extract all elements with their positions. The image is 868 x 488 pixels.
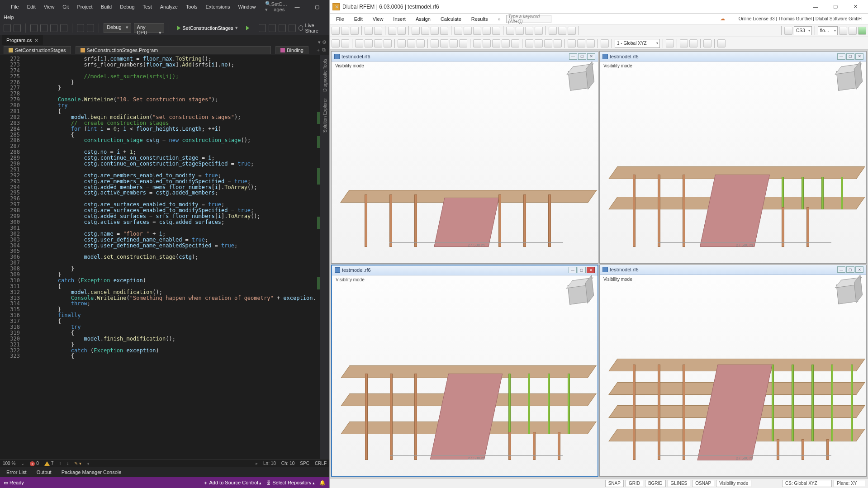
rfem-menu-assign[interactable]: Assign bbox=[411, 15, 435, 23]
tool-icon[interactable] bbox=[483, 39, 491, 47]
vp-min-icon[interactable]: ― bbox=[569, 267, 577, 273]
prev-icon[interactable] bbox=[839, 27, 847, 35]
tool-icon[interactable] bbox=[454, 27, 462, 35]
nav-down-icon[interactable]: ↓ bbox=[66, 461, 69, 466]
start-debug-button[interactable]: SetConstructionStages ▾ bbox=[174, 23, 242, 33]
start-nodebug-icon[interactable] bbox=[246, 26, 249, 30]
load-icon[interactable] bbox=[459, 39, 467, 47]
vp-close-icon[interactable]: ✕ bbox=[587, 53, 595, 60]
tool-icon[interactable] bbox=[554, 39, 562, 47]
add-source-control-button[interactable]: ＋ Add to Source Control bbox=[203, 479, 261, 486]
tab-overflow-icon[interactable]: ▾ ⚙ bbox=[315, 39, 329, 45]
tool-icon[interactable] bbox=[473, 27, 481, 35]
tool-icon[interactable] bbox=[601, 39, 609, 47]
tool-icon[interactable] bbox=[483, 27, 491, 35]
undo-icon[interactable] bbox=[77, 24, 84, 32]
rfem-close-button[interactable]: ✕ bbox=[845, 0, 865, 13]
tool-icon[interactable] bbox=[703, 39, 711, 47]
error-count[interactable]: 0 bbox=[36, 461, 39, 466]
menu-view[interactable]: View bbox=[40, 2, 58, 11]
tool-icon[interactable] bbox=[587, 39, 595, 47]
tool-icon[interactable] bbox=[549, 27, 557, 35]
menu-help[interactable]: Help bbox=[4, 14, 14, 20]
globalxyz-combo[interactable]: 1 - Global XYZ bbox=[615, 39, 660, 48]
vp-close-icon[interactable]: ✕ bbox=[855, 53, 863, 60]
tab-output[interactable]: Output bbox=[32, 468, 56, 476]
rfem-menu-view[interactable]: View bbox=[368, 15, 388, 23]
tool-icon[interactable] bbox=[440, 27, 448, 35]
vp-close-icon[interactable]: ✕ bbox=[855, 266, 863, 273]
tool-icon[interactable] bbox=[784, 27, 792, 35]
sidetab-solution-explorer[interactable]: Solution Explorer bbox=[323, 98, 327, 133]
hinge-icon[interactable] bbox=[407, 39, 415, 47]
warning-count[interactable]: 7 bbox=[51, 461, 54, 466]
rfem-menu-edit[interactable]: Edit bbox=[350, 15, 367, 23]
refresh-icon[interactable] bbox=[858, 27, 866, 35]
vp-max-icon[interactable]: ▢ bbox=[578, 53, 586, 60]
copy-icon[interactable] bbox=[398, 27, 406, 35]
menu-file[interactable]: File bbox=[7, 2, 23, 11]
vp-max-icon[interactable]: ▢ bbox=[846, 266, 854, 273]
minimap-scrollbar[interactable] bbox=[316, 55, 320, 459]
tool-icon[interactable] bbox=[502, 39, 510, 47]
redo-icon[interactable] bbox=[374, 27, 382, 35]
load-icon[interactable] bbox=[450, 39, 458, 47]
orientation-cube-icon[interactable] bbox=[567, 280, 593, 306]
viewport-titlebar[interactable]: testmodel.rf6 ―▢✕ bbox=[600, 265, 866, 275]
vs-close-button[interactable]: ✕ bbox=[327, 0, 347, 13]
notification-icon[interactable]: 🔔 bbox=[319, 480, 326, 486]
sidetab-diagnostic-tools[interactable]: Diagnostic Tools bbox=[323, 59, 327, 92]
vp-min-icon[interactable]: ― bbox=[837, 53, 845, 60]
surface-icon[interactable] bbox=[365, 39, 373, 47]
menu-extensions[interactable]: Extensions bbox=[202, 2, 234, 11]
status-osnap[interactable]: OSNAP bbox=[692, 480, 714, 487]
status-glines[interactable]: GLINES bbox=[668, 480, 691, 487]
tool-icon[interactable] bbox=[525, 39, 533, 47]
tool-icon[interactable] bbox=[558, 27, 566, 35]
viewport-titlebar[interactable]: testmodel.rf6 ―▢✕ bbox=[600, 52, 866, 62]
fold-margin[interactable] bbox=[24, 55, 30, 459]
save-icon[interactable] bbox=[351, 27, 359, 35]
status-visibility[interactable]: Visibility mode bbox=[716, 480, 751, 487]
nav-project[interactable]: SetConstructionStages bbox=[4, 46, 71, 54]
vs-titlebar[interactable]: File Edit View Git Project Build Debug T… bbox=[0, 0, 329, 14]
tab-close-icon[interactable]: ✕ bbox=[34, 38, 38, 43]
select-repository-button[interactable]: 🗄 Select Repository bbox=[266, 480, 315, 485]
menu-git[interactable]: Git bbox=[59, 2, 72, 11]
new-icon[interactable] bbox=[332, 27, 340, 35]
cs-combo[interactable]: CS3 bbox=[794, 26, 812, 35]
rfem-menu-file[interactable]: File bbox=[332, 15, 349, 23]
code-area[interactable]: srfs[i].comment = floor_max.ToString(); … bbox=[30, 55, 316, 459]
rfem-minimize-button[interactable]: ― bbox=[806, 0, 825, 13]
nav-back-icon[interactable] bbox=[4, 24, 11, 32]
tool-icon[interactable] bbox=[492, 27, 500, 35]
nav-fwd-icon[interactable] bbox=[14, 24, 21, 32]
rfem-menu-calculate[interactable]: Calculate bbox=[436, 15, 466, 23]
vp-max-icon[interactable]: ▢ bbox=[578, 267, 586, 273]
rfem-titlebar[interactable]: Dlubal RFEM | 6.03.0006 | testmodel.rf6 … bbox=[330, 0, 868, 14]
menu-analyze[interactable]: Analyze bbox=[157, 2, 181, 11]
tool-icon[interactable] bbox=[279, 24, 286, 32]
orientation-cube-icon[interactable] bbox=[835, 280, 862, 306]
tool-icon[interactable] bbox=[516, 27, 524, 35]
load-icon[interactable] bbox=[440, 39, 448, 47]
menu-project[interactable]: Project bbox=[73, 2, 96, 11]
tool-icon[interactable] bbox=[680, 39, 688, 47]
cloud-icon[interactable]: ☁ bbox=[716, 14, 730, 23]
split-icon[interactable]: ＋ ⧉ bbox=[316, 47, 326, 53]
tool-icon[interactable] bbox=[259, 24, 266, 32]
tool-icon[interactable] bbox=[689, 39, 697, 47]
solid-icon[interactable] bbox=[374, 39, 382, 47]
nav-class[interactable]: SetConstructionStages.Program bbox=[76, 46, 271, 54]
line-icon[interactable] bbox=[341, 39, 349, 47]
print-icon[interactable] bbox=[388, 27, 396, 35]
viewport-3[interactable]: testmodel.rf6 ―▢✕ Visibility mode bbox=[331, 265, 598, 477]
undo-icon[interactable] bbox=[365, 27, 373, 35]
viewport-canvas[interactable]: Visibility mode bbox=[600, 62, 866, 263]
indent-mode[interactable]: SPC bbox=[300, 461, 309, 466]
viewport-titlebar[interactable]: testmodel.rf6 ―▢✕ bbox=[332, 265, 598, 275]
rfem-menu-results[interactable]: Results bbox=[467, 15, 493, 23]
status-bgrid[interactable]: BGRID bbox=[645, 480, 666, 487]
rfem-maximize-button[interactable]: ▢ bbox=[825, 0, 845, 13]
zoom-level[interactable]: 100 % bbox=[3, 461, 15, 466]
